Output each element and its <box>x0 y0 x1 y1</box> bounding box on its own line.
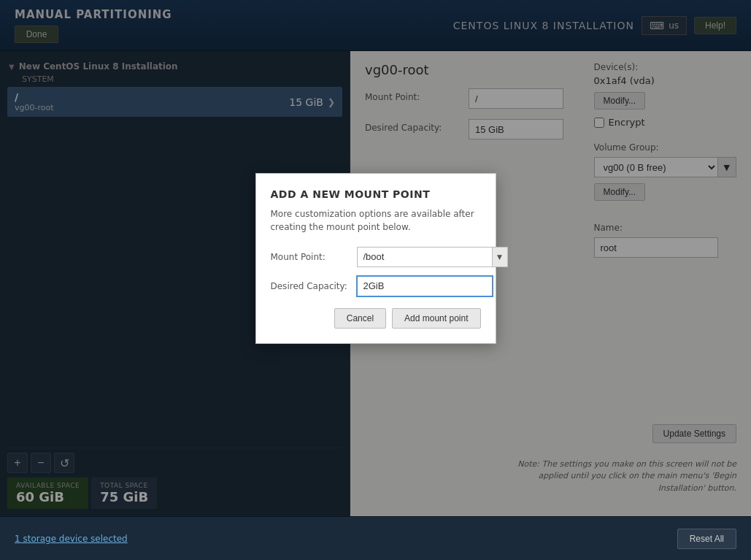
modal-dialog: ADD A NEW MOUNT POINT More customization… <box>255 173 496 344</box>
modal-overlay: ADD A NEW MOUNT POINT More customization… <box>0 0 751 516</box>
reset-all-button[interactable]: Reset All <box>677 529 736 549</box>
modal-mount-point-label: Mount Point: <box>271 252 351 262</box>
cancel-button[interactable]: Cancel <box>334 308 386 329</box>
modal-buttons: Cancel Add mount point <box>271 308 481 329</box>
modal-capacity-input[interactable] <box>357 276 493 296</box>
bottom-bar: 1 storage device selected Reset All <box>0 516 751 560</box>
modal-title: ADD A NEW MOUNT POINT <box>271 188 481 200</box>
modal-select-wrapper: ▼ <box>357 247 508 267</box>
modal-mount-point-select[interactable] <box>357 247 492 267</box>
main-content: ▼ New CentOS Linux 8 Installation SYSTEM… <box>0 51 751 516</box>
storage-device-link[interactable]: 1 storage device selected <box>15 534 128 544</box>
modal-dropdown-button[interactable]: ▼ <box>492 247 508 267</box>
modal-capacity-label: Desired Capacity: <box>271 281 351 291</box>
add-mount-point-button[interactable]: Add mount point <box>392 308 480 329</box>
modal-description: More customization options are available… <box>271 207 481 234</box>
modal-capacity-row: Desired Capacity: <box>271 276 481 296</box>
modal-mount-point-row: Mount Point: ▼ <box>271 247 481 267</box>
